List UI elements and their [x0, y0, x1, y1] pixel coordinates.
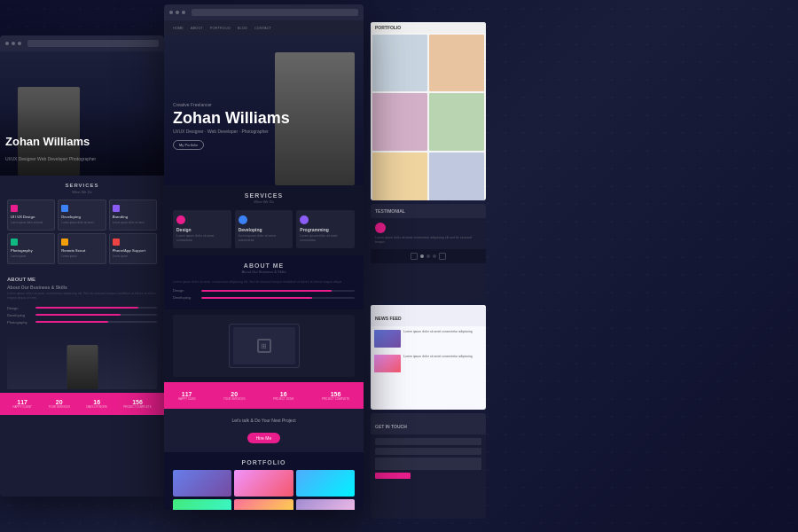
about-person-image-left — [7, 336, 157, 389]
center-service-icon-2 — [239, 215, 247, 224]
browser-dot-1 — [5, 42, 9, 45]
skill-label-photo: Photography — [7, 320, 32, 325]
portfolio-item-3 — [296, 470, 355, 497]
hero-sub-left: UI/UX Designer Web Developer Photographe… — [5, 156, 96, 161]
browser-address-bar — [27, 40, 159, 47]
service-icon-5 — [61, 239, 68, 246]
service-card-4: Photography Lorem ipsum — [7, 233, 55, 264]
about-sub-left: About Our Business & Skills — [7, 285, 157, 290]
skill-row-design: Design — [7, 306, 157, 310]
contact-form — [371, 434, 486, 482]
service-text-2: Lorem ipsum dolor sit amet — [61, 221, 102, 224]
center-hero-btn[interactable]: My Portfolio — [173, 140, 204, 150]
contact-submit-btn[interactable] — [375, 473, 411, 479]
service-title-2: Developing — [61, 215, 102, 219]
left-about-section: ABOUT ME About Our Business & Skills Lor… — [0, 271, 164, 332]
service-card-5: Remote Scout Lorem ipsum — [58, 233, 106, 264]
center-service-text-1: Lorem ipsum dolor sit amet consectetur — [176, 234, 228, 243]
center-stats-bar: 117 HAPPY CLIEN 20 TOUR SERVICES 16 PROJ… — [164, 382, 364, 409]
service-text-1: Lorem ipsum dolor sit amet — [11, 221, 51, 224]
news-image-2 — [374, 355, 401, 372]
service-icon-6 — [113, 239, 120, 246]
contact-input-1[interactable] — [375, 438, 481, 445]
nav-icon-square-2 — [439, 253, 446, 260]
stat-services: 20 TOUR SERVICES — [49, 399, 70, 409]
skill-row-dev: Developing — [7, 313, 157, 317]
center-skill-fill-design — [201, 290, 332, 292]
service-text-4: Lorem ipsum — [11, 254, 51, 258]
service-card-1: UI / UX Design Lorem ipsum dolor sit ame… — [7, 200, 55, 231]
stat-label-services: TOUR SERVICES — [49, 405, 70, 409]
skill-bar-fill-dev — [35, 314, 121, 316]
stat-num-clients: 117 — [12, 399, 32, 405]
mockup-center: HOME ABOUT PORTFOLIO BLOG CONTACT Creati… — [164, 4, 364, 510]
skill-bar-fill-design — [35, 307, 138, 309]
browser-dot-c2 — [176, 11, 179, 14]
center-service-1: Design Lorem ipsum dolor sit amet consec… — [173, 210, 231, 248]
nav-home: HOME — [173, 26, 184, 30]
center-stat-label-1: HAPPY CLIEN — [178, 397, 196, 401]
center-hero-name: Zohan Williams — [173, 110, 290, 126]
service-icon-4 — [11, 239, 18, 246]
news-image-1 — [374, 330, 401, 348]
browser-dot-2 — [12, 42, 15, 45]
browser-address-center — [192, 9, 358, 16]
portfolio-header: PORTFOLIO — [371, 22, 486, 33]
center-portfolio-grid — [173, 470, 355, 510]
center-stat-num-1: 117 — [178, 391, 196, 397]
right-newsfeed-card: NEWS FEED Lorem ipsum dolor sit amet con… — [371, 305, 486, 411]
center-portfolio-section: PORTFOLIO — [164, 452, 364, 510]
testimonial-header: TESTIMONIAL — [371, 204, 486, 218]
portfolio-item-r6 — [429, 153, 484, 200]
skill-label-design: Design — [7, 306, 32, 310]
skill-bar-bg-dev — [35, 314, 157, 316]
browser-dot-c3 — [182, 11, 185, 14]
nav-dot-3 — [433, 254, 436, 258]
about-person-figure — [66, 345, 98, 389]
center-services-section: SERVICES What We Do Design Lorem ipsum d… — [164, 185, 364, 255]
newsfeed-header: NEWS FEED — [371, 305, 486, 326]
stat-num-services: 20 — [49, 399, 70, 405]
center-services-sub: What We Do — [173, 200, 355, 204]
hero-name-left: Zohan Williams — [5, 135, 90, 149]
stats-bar-left: 117 HAPPY CLIENT 20 TOUR SERVICES 16 DAY… — [0, 393, 164, 415]
center-services-grid: Design Lorem ipsum dolor sit amet consec… — [173, 210, 355, 248]
service-text-5: Lorem ipsum — [61, 254, 102, 258]
hero-person-image — [18, 87, 80, 176]
stat-label-days: DAYS OF WORK — [87, 405, 107, 409]
center-service-3: Programming Lorem ipsum dolor sit amet c… — [296, 210, 355, 248]
center-skill-bg-design — [201, 290, 355, 292]
testimonial-text: Lorem ipsum dolor sit amet consectetur a… — [375, 236, 481, 245]
left-services-section: SERVICES What We Do UI / UX Design Lorem… — [0, 176, 164, 271]
nav-icon-square-1 — [411, 253, 418, 260]
center-portfolio-title: PORTFOLIO — [173, 459, 355, 466]
center-skill-label-dev: Developing — [173, 295, 198, 300]
service-card-3: Branding Lorem ipsum dolor sit amet — [109, 200, 157, 231]
center-skill-fill-dev — [201, 297, 312, 299]
service-icon-1 — [11, 205, 18, 212]
center-hero-text: Creative Freelancer Zohan Williams UI/UX… — [173, 102, 290, 150]
cta-button[interactable]: Hire Me — [247, 433, 281, 443]
center-service-text-3: Lorem ipsum dolor sit amet consectetur — [300, 234, 351, 243]
service-card-6: Phone/App Support Lorem ipsum — [109, 233, 157, 264]
center-hero-intro: Creative Freelancer — [173, 102, 290, 107]
service-icon-2 — [61, 205, 68, 212]
skill-row-photo: Photography — [7, 320, 157, 325]
center-stat-1: 117 HAPPY CLIEN — [178, 391, 196, 401]
nav-contact: CONTACT — [254, 26, 271, 30]
center-nav: HOME ABOUT PORTFOLIO BLOG CONTACT — [164, 20, 364, 35]
portfolio-item-r2 — [429, 35, 484, 91]
service-icon-3 — [113, 205, 120, 212]
portfolio-item-r5 — [372, 153, 427, 200]
contact-input-3[interactable] — [375, 458, 481, 470]
about-title-left: ABOUT ME — [7, 277, 157, 282]
service-text-6: Lorem ipsum — [113, 254, 153, 258]
laptop-icon: ⊞ — [257, 339, 271, 353]
portfolio-item-r1 — [372, 35, 427, 91]
center-about-sub: About Our Business & Skills — [173, 270, 355, 274]
contact-input-2[interactable] — [375, 448, 481, 455]
nav-dots-row — [371, 249, 486, 263]
stat-num-days: 16 — [87, 399, 107, 405]
stat-days: 16 DAYS OF WORK — [87, 399, 107, 409]
mockup-left: Zohan Williams UI/UX Designer Web Develo… — [0, 35, 164, 497]
